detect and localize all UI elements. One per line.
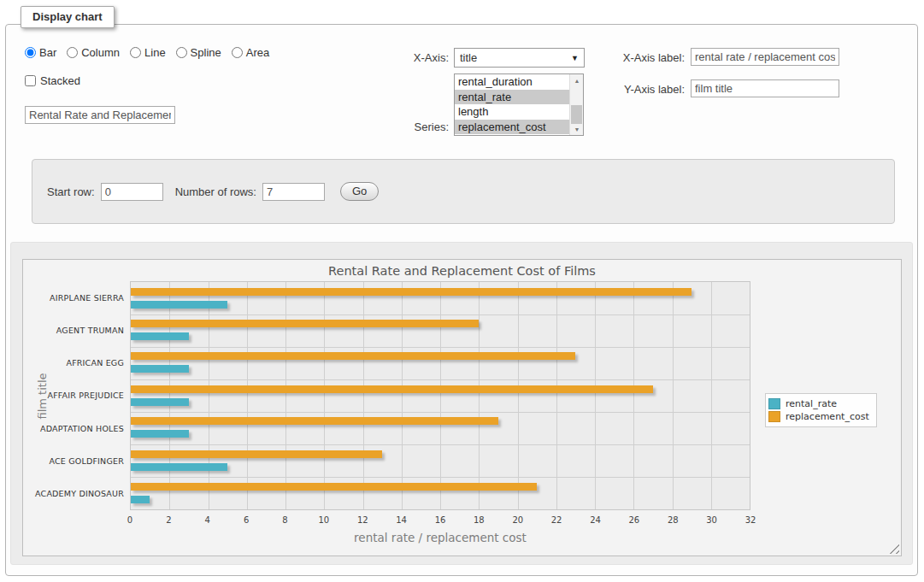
chart-title-input[interactable] — [25, 106, 175, 124]
gridline-horizontal — [131, 444, 750, 445]
resize-grip-icon[interactable] — [889, 544, 899, 554]
scroll-down-icon[interactable]: ▼ — [570, 123, 584, 135]
chart-type-bar[interactable]: Bar — [25, 46, 56, 59]
x-tick-label: 6 — [244, 515, 249, 525]
legend-swatch — [768, 398, 780, 409]
x-tick-label: 28 — [668, 515, 679, 525]
x-axis-label-input[interactable] — [691, 48, 839, 66]
x-tick-label: 0 — [127, 515, 132, 525]
bar-replacement_cost — [131, 483, 537, 491]
start-row-input[interactable] — [101, 183, 163, 201]
series-listbox-scrollbar[interactable]: ▲ ▼ — [569, 74, 583, 135]
y-tick-label: ACE GOLDFINGER — [23, 444, 124, 477]
x-tick-label: 26 — [629, 515, 640, 525]
chart-type-radio-area[interactable] — [232, 47, 243, 58]
gridline-vertical — [518, 282, 519, 509]
stacked-checkbox-row[interactable]: Stacked — [25, 74, 80, 87]
chart-type-radio-line[interactable] — [130, 47, 141, 58]
row-range-panel: Start row: Number of rows: Go — [32, 159, 895, 224]
chart-type-label: Area — [246, 46, 269, 59]
chart-type-spline[interactable]: Spline — [176, 46, 221, 59]
stacked-checkbox[interactable] — [25, 75, 36, 86]
start-row-label: Start row: — [47, 185, 95, 198]
gridline-horizontal — [131, 379, 750, 380]
bar-replacement_cost — [131, 450, 382, 458]
series-listbox-options: rental_durationrental_ratelengthreplacem… — [455, 74, 569, 135]
y-tick-label: AIRPLANE SIERRA — [23, 281, 124, 314]
x-tick-label: 24 — [590, 515, 601, 525]
gridline-vertical — [285, 282, 286, 509]
chart-legend: rental_ratereplacement_cost — [765, 393, 877, 427]
gridline-vertical — [209, 282, 209, 509]
gridline-vertical — [247, 282, 248, 509]
bar-rental_rate — [131, 332, 189, 340]
legend-item: rental_rate — [768, 398, 869, 409]
gridline-horizontal — [131, 347, 750, 348]
x-tick-label: 12 — [357, 515, 368, 525]
x-axis-label-caption: X-Axis label: — [604, 51, 685, 64]
bar-replacement_cost — [131, 385, 653, 393]
chart-type-area[interactable]: Area — [232, 46, 269, 59]
series-listbox-label: Series: — [382, 121, 449, 133]
chart-type-label: Column — [81, 46, 120, 59]
gridline-horizontal — [131, 477, 750, 478]
chart-type-label: Spline — [191, 46, 221, 59]
x-tick-label: 16 — [435, 515, 446, 525]
bar-rental_rate — [131, 463, 227, 471]
gridline-vertical — [324, 282, 325, 509]
legend-swatch — [768, 411, 780, 422]
legend-item: replacement_cost — [768, 411, 869, 422]
display-chart-tab-label: Display chart — [32, 10, 103, 23]
go-button[interactable]: Go — [340, 182, 379, 201]
x-axis-selected-value: title — [460, 51, 571, 64]
chart-type-line[interactable]: Line — [130, 46, 166, 59]
x-tick-label: 14 — [396, 515, 407, 525]
series-option-length[interactable]: length — [455, 104, 569, 120]
x-axis-select-label: X-Axis: — [382, 51, 449, 64]
y-tick-label: AGENT TRUMAN — [23, 314, 124, 346]
gridline-vertical — [633, 282, 634, 509]
series-option-rental_rate[interactable]: rental_rate — [455, 90, 569, 105]
gridline-vertical — [711, 282, 712, 509]
series-option-rental_duration[interactable]: rental_duration — [455, 74, 569, 90]
gridline-vertical — [479, 282, 480, 509]
x-tick-label: 30 — [706, 515, 717, 525]
x-tick-labels: 02468101214161820222426283032 — [130, 515, 750, 526]
y-tick-label: ADAPTATION HOLES — [23, 412, 124, 444]
x-tick-label: 18 — [474, 515, 485, 525]
y-tick-label: ACADEMY DINOSAUR — [23, 478, 124, 510]
gridline-horizontal — [131, 315, 750, 315]
scrollbar-thumb[interactable] — [571, 105, 582, 124]
series-listbox[interactable]: rental_durationrental_ratelengthreplacem… — [454, 73, 584, 136]
scroll-up-icon[interactable]: ▲ — [570, 74, 584, 86]
bar-replacement_cost — [131, 352, 575, 360]
chart-type-radio-column[interactable] — [67, 47, 78, 58]
x-tick-label: 32 — [745, 515, 756, 525]
chart-type-label: Bar — [39, 46, 56, 59]
gridline-vertical — [556, 282, 557, 509]
gridline-vertical — [595, 282, 596, 509]
legend-label: rental_rate — [786, 398, 837, 409]
y-axis-label-input[interactable] — [691, 79, 839, 97]
x-tick-label: 22 — [551, 515, 562, 525]
chart-type-column[interactable]: Column — [67, 46, 120, 59]
chart-type-radio-spline[interactable] — [176, 47, 187, 58]
x-tick-label: 10 — [319, 515, 330, 525]
chart-title: Rental Rate and Replacement Cost of Film… — [23, 264, 901, 278]
legend-label: replacement_cost — [786, 411, 869, 422]
series-option-replacement_cost[interactable]: replacement_cost — [455, 120, 569, 135]
bar-replacement_cost — [131, 288, 692, 296]
chart-type-radio-bar[interactable] — [25, 47, 36, 58]
num-rows-label: Number of rows: — [175, 185, 256, 198]
display-chart-tab[interactable]: Display chart — [21, 6, 115, 28]
x-axis-select[interactable]: title ▼ — [454, 48, 585, 68]
bar-replacement_cost — [131, 320, 479, 327]
y-tick-label: AFRICAN EGG — [23, 347, 124, 379]
bar-rental_rate — [131, 398, 189, 406]
gridline-vertical — [673, 282, 674, 509]
bar-replacement_cost — [131, 417, 498, 425]
bar-rental_rate — [131, 430, 189, 438]
bar-rental_rate — [131, 496, 150, 503]
y-axis-label-caption: Y-Axis label: — [604, 83, 685, 96]
num-rows-input[interactable] — [262, 183, 325, 201]
